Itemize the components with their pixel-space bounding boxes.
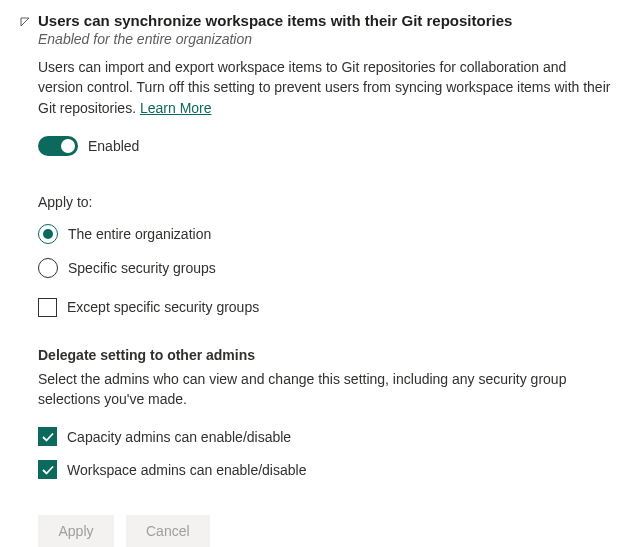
- collapse-icon[interactable]: [20, 17, 30, 27]
- except-checkbox[interactable]: [38, 298, 57, 317]
- radio-entire-org-label: The entire organization: [68, 226, 211, 242]
- enable-toggle[interactable]: [38, 136, 78, 156]
- setting-header: Users can synchronize workspace items wi…: [20, 12, 611, 29]
- apply-button[interactable]: Apply: [38, 515, 114, 547]
- workspace-admins-row: Workspace admins can enable/disable: [38, 460, 611, 479]
- workspace-admins-checkbox[interactable]: [38, 460, 57, 479]
- delegate-heading: Delegate setting to other admins: [38, 347, 611, 363]
- capacity-admins-checkbox[interactable]: [38, 427, 57, 446]
- except-checkbox-label: Except specific security groups: [67, 299, 259, 315]
- radio-specific-groups-label: Specific security groups: [68, 260, 216, 276]
- description-text: Users can import and export workspace it…: [38, 59, 610, 116]
- apply-to-label: Apply to:: [38, 194, 611, 210]
- checkmark-icon: [41, 430, 55, 444]
- setting-title: Users can synchronize workspace items wi…: [38, 12, 512, 29]
- delegate-description: Select the admins who can view and chang…: [38, 369, 611, 410]
- except-checkbox-row: Except specific security groups: [38, 298, 611, 317]
- radio-specific-groups[interactable]: [38, 258, 58, 278]
- setting-description: Users can import and export workspace it…: [38, 57, 611, 118]
- learn-more-link[interactable]: Learn More: [140, 100, 212, 116]
- setting-subtitle: Enabled for the entire organization: [38, 31, 611, 47]
- enable-toggle-row: Enabled: [38, 136, 611, 156]
- cancel-button[interactable]: Cancel: [126, 515, 210, 547]
- button-row: Apply Cancel: [38, 515, 611, 547]
- checkmark-icon: [41, 463, 55, 477]
- toggle-knob: [61, 139, 75, 153]
- radio-dot: [43, 229, 53, 239]
- radio-entire-org-row: The entire organization: [38, 224, 611, 244]
- capacity-admins-label: Capacity admins can enable/disable: [67, 429, 291, 445]
- toggle-label: Enabled: [88, 138, 139, 154]
- capacity-admins-row: Capacity admins can enable/disable: [38, 427, 611, 446]
- radio-entire-org[interactable]: [38, 224, 58, 244]
- workspace-admins-label: Workspace admins can enable/disable: [67, 462, 306, 478]
- radio-specific-groups-row: Specific security groups: [38, 258, 611, 278]
